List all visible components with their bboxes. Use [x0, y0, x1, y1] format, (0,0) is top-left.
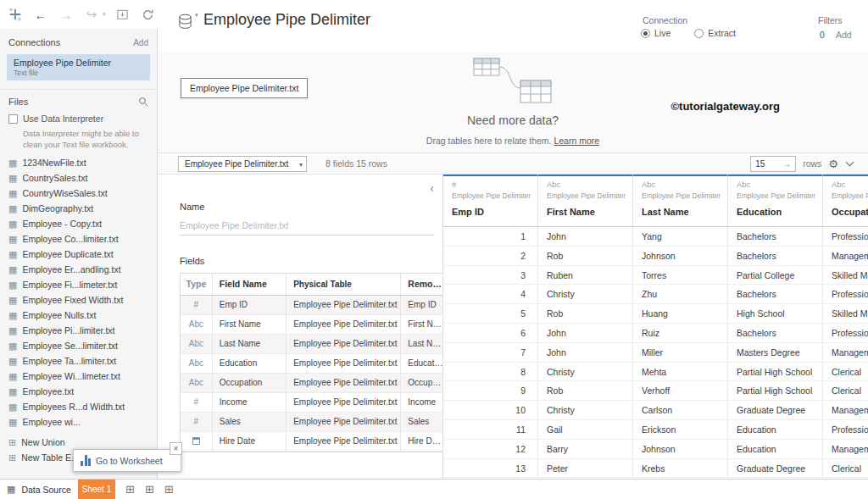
table-select-dropdown[interactable]: Employee Pipe Delimiter.txt ▾	[178, 156, 307, 172]
preview-cell: Management	[823, 440, 868, 458]
add-connection-button[interactable]: Add	[133, 38, 148, 47]
tableau-logo-icon[interactable]	[7, 6, 24, 23]
field-row[interactable]: AbcLast NameEmployee Pipe Delimiter.txtL…	[181, 335, 442, 354]
new-story-icon[interactable]: ⊞	[164, 483, 174, 496]
preview-cell: John	[538, 343, 633, 362]
search-icon[interactable]	[138, 97, 148, 107]
field-name: Last Name	[213, 335, 287, 353]
table-file-icon: ▦	[8, 188, 17, 199]
data-source-tab-icon: ▦	[7, 484, 15, 495]
close-icon[interactable]: ×	[170, 442, 182, 455]
relationship-canvas[interactable]: Employee Pipe Delimiter.txt Need	[158, 53, 868, 152]
preview-cell: High School	[728, 304, 823, 323]
file-item[interactable]: ▦CountryWiseSales.txt	[0, 186, 157, 201]
refresh-icon[interactable]	[140, 6, 157, 23]
preview-cell: John	[538, 227, 633, 246]
field-remote-name: Hire Date	[401, 432, 442, 451]
preview-cell: Masters Degree	[728, 343, 823, 362]
file-item[interactable]: ▦DimGeography.txt	[0, 201, 157, 216]
preview-header: #Employee Pipe Delimiter.txtEmp IDAbcEmp…	[443, 175, 868, 227]
data-source-caret-icon[interactable]: ▾	[195, 12, 198, 19]
connection-name: Employee Pipe Delimiter	[14, 58, 143, 68]
field-row[interactable]: AbcOccupationEmployee Pipe Delimiter.txt…	[181, 374, 442, 393]
extract-radio-button[interactable]	[694, 29, 704, 38]
file-item[interactable]: ▦Employee Fi...limeter.txt	[0, 277, 157, 292]
statusbar: ▦ Data Source Sheet 1 ⊞ ⊞ ⊞	[0, 479, 868, 499]
extract-radio[interactable]: Extract	[694, 28, 736, 38]
file-name: CountryWiseSales.txt	[22, 188, 107, 198]
redo-icon[interactable]: ↪	[83, 6, 100, 23]
preview-cell: Krebs	[633, 459, 728, 478]
filters-add-button[interactable]: Add	[836, 30, 852, 40]
preview-cell: 9	[443, 381, 538, 400]
new-union-item[interactable]: ⊞ New Union	[0, 435, 157, 450]
preview-column-header[interactable]: AbcEmployee Pipe Delimiter.txtLast Name	[633, 175, 728, 226]
file-item[interactable]: ▦Employee Se...limiter.txt	[0, 338, 157, 353]
file-item[interactable]: ▦Employee.txt	[0, 384, 157, 399]
file-item[interactable]: ▦1234NewFile.txt	[0, 155, 157, 170]
fields-summary: 8 fields 15 rows	[326, 158, 387, 169]
field-row[interactable]: #IncomeEmployee Pipe Delimiter.txtIncome	[181, 393, 442, 413]
field-remote-name: Occupation	[401, 374, 442, 392]
file-item[interactable]: ▦Employee Fixed Width.txt	[0, 292, 157, 308]
preview-row: 5RobHuangHigh SchoolSkilled Manual	[443, 304, 868, 324]
data-interpreter-checkbox[interactable]	[8, 114, 18, 124]
field-row[interactable]: #SalesEmployee Pipe Delimiter.txtSales	[181, 413, 442, 432]
column-field-name: First Name	[547, 207, 626, 217]
save-icon[interactable]	[114, 6, 131, 23]
gear-icon[interactable]: ⚙	[828, 158, 838, 170]
rows-apply-icon[interactable]: →	[782, 159, 791, 169]
page-title: Employee Pipe Delimiter	[203, 11, 370, 29]
preview-cell: Gail	[538, 420, 633, 439]
preview-row: 1JohnYangBachelorsProfessional	[443, 227, 868, 247]
field-row[interactable]: AbcFirst NameEmployee Pipe Delimiter.txt…	[181, 315, 442, 335]
calendar-icon	[192, 437, 200, 445]
rows-count-input[interactable]: 15 →	[750, 156, 796, 172]
sheet-tab[interactable]: Sheet 1	[78, 480, 115, 499]
preview-cell: Christy	[538, 285, 633, 303]
live-radio-button[interactable]	[641, 29, 650, 38]
preview-column-header[interactable]: AbcEmployee Pipe Delimiter.txtFirst Name	[538, 175, 633, 226]
table-name-input[interactable]: Employee Pipe Delimiter.txt	[180, 220, 434, 236]
file-item[interactable]: ▦Employee Duplicate.txt	[0, 247, 157, 262]
file-item[interactable]: ▦CountrySales.txt	[0, 170, 157, 186]
new-worksheet-icon[interactable]: ⊞	[125, 483, 135, 496]
preview-column-header[interactable]: AbcEmployee Pipe Delimiter.txtEducation	[728, 175, 823, 226]
chevron-down-icon[interactable]	[846, 158, 854, 167]
preview-cell: 11	[443, 420, 538, 439]
column-table-name: Employee Pipe Delimiter.txt	[832, 191, 868, 202]
field-row[interactable]: Hire DateEmployee Pipe Delimiter.txtHire…	[181, 432, 442, 452]
file-item[interactable]: ▦Employees R...d Width.txt	[0, 399, 157, 414]
preview-column-header[interactable]: AbcEmployee Pipe Delimiter.txtOccupation	[823, 175, 868, 226]
file-item[interactable]: ▦Employee Er...andling.txt	[0, 262, 157, 277]
file-name: Employees R...d Width.txt	[22, 402, 125, 412]
file-item[interactable]: ▦Employee Nulls.txt	[0, 308, 157, 323]
preview-column-header[interactable]: #Employee Pipe Delimiter.txtEmp ID	[443, 175, 538, 226]
learn-more-link[interactable]: Learn more	[554, 136, 599, 146]
preview-row: 4ChristyZhuBachelorsProfessional	[443, 285, 868, 304]
field-name: Occupation	[213, 374, 287, 392]
file-item[interactable]: ▦Employee wi...	[0, 414, 157, 430]
forward-icon[interactable]: →	[58, 6, 75, 23]
use-data-interpreter-row[interactable]: Use Data Interpreter	[0, 110, 157, 127]
redo-caret-icon[interactable]: ▾	[103, 11, 106, 18]
collapse-pane-icon[interactable]: ‹	[430, 181, 434, 195]
data-source-tab[interactable]: Data Source	[21, 485, 70, 495]
field-row[interactable]: #Emp IDEmployee Pipe Delimiter.txtEmp ID	[181, 296, 442, 315]
go-to-worksheet-tooltip[interactable]: Go to Worksheet ×	[73, 449, 181, 472]
field-row[interactable]: AbcEducationEmployee Pipe Delimiter.txtE…	[181, 354, 442, 374]
file-item[interactable]: ▦Employee Ta...limiter.txt	[0, 353, 157, 369]
connection-item[interactable]: Employee Pipe Delimiter Text file	[7, 54, 150, 80]
live-radio[interactable]: Live	[641, 28, 670, 38]
file-item[interactable]: ▦Employee - Copy.txt	[0, 216, 157, 231]
table-chip[interactable]: Employee Pipe Delimiter.txt	[181, 78, 308, 98]
file-item[interactable]: ▦Employee Wi...limeter.txt	[0, 369, 157, 384]
filters-label: Filters	[818, 15, 843, 25]
preview-cell: Christy	[538, 363, 633, 381]
field-remote-name: Last Name	[401, 335, 442, 353]
file-item[interactable]: ▦Employee Pi...limiter.txt	[0, 323, 157, 338]
new-dashboard-icon[interactable]: ⊞	[145, 483, 154, 496]
back-icon[interactable]: ←	[32, 6, 49, 23]
file-name: Employee.txt	[22, 386, 74, 396]
file-item[interactable]: ▦Employee Co...limiter.txt	[0, 231, 157, 247]
